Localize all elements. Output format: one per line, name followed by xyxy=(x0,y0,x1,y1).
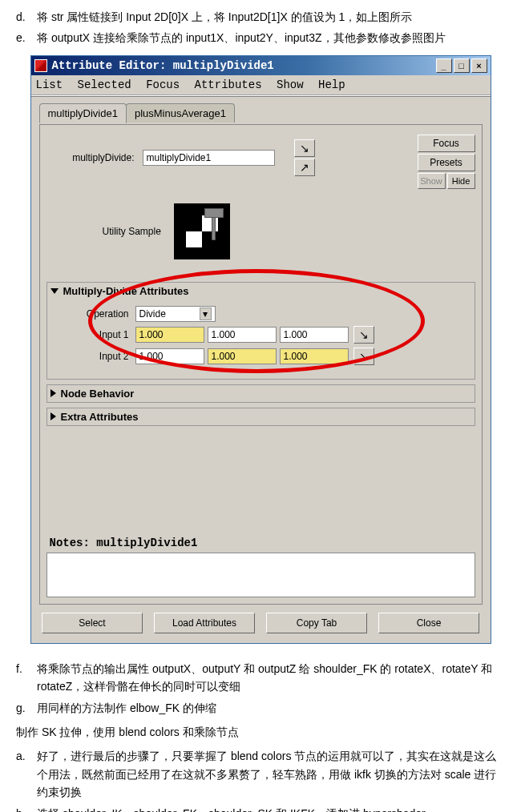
input2x-field[interactable] xyxy=(135,348,204,364)
app-icon xyxy=(34,59,47,72)
doc-item-g: g. 用同样的方法制作 elbow_FK 的伸缩 xyxy=(16,699,505,717)
doc-section-heading: 制作 SK 拉伸，使用 blend colors 和乘除节点 xyxy=(16,723,505,741)
menu-focus[interactable]: Focus xyxy=(146,78,180,91)
close-button[interactable]: × xyxy=(471,58,487,73)
section-multiply-divide: Multiply-Divide Attributes Operation Div… xyxy=(46,282,475,380)
node-tabs: multiplyDivide1 plusMinusAverage1 xyxy=(39,103,483,123)
disclosure-open-icon xyxy=(50,288,59,294)
section-title: Node Behavior xyxy=(61,388,135,400)
close-editor-button[interactable]: Close xyxy=(378,613,479,633)
utility-sample-label: Utility Sample xyxy=(103,226,161,237)
doc-text: 好了，进行最后的步骤了，只要掌握了 blend colors 节点的运用就可以了… xyxy=(37,747,505,801)
tab-multiplydivide[interactable]: multiplyDivide1 xyxy=(39,103,127,123)
focus-button[interactable]: Focus xyxy=(418,135,475,152)
bullet: d. xyxy=(16,8,37,26)
attribute-editor-window: Attribute Editor: multiplyDivide1 _ □ × … xyxy=(30,55,491,644)
input1-connection-icon[interactable]: ↘ xyxy=(353,326,374,344)
menu-list[interactable]: List xyxy=(36,78,63,91)
hammer-icon xyxy=(204,208,224,240)
operation-label: Operation xyxy=(55,308,135,320)
input2z-field[interactable] xyxy=(280,348,349,364)
bottom-buttons: Select Load Attributes Copy Tab Close xyxy=(39,613,483,633)
notes-textarea[interactable] xyxy=(46,553,475,597)
disclosure-closed-icon xyxy=(50,389,56,397)
notes-label: Notes: multiplyDivide1 xyxy=(46,535,475,553)
copy-tab-button[interactable]: Copy Tab xyxy=(266,613,367,633)
operation-value: Divide xyxy=(139,308,166,320)
chevron-down-icon: ▾ xyxy=(200,308,212,320)
node-name-field[interactable] xyxy=(143,150,275,166)
doc-text: 将 str 属性链接到 Input 2D[0]X 上，将 Input2D[1]X… xyxy=(37,8,505,26)
section-title: Extra Attributes xyxy=(61,411,139,423)
doc-text: 将 outputX 连接给乘除节点的 input1X、input2Y、input… xyxy=(37,29,505,46)
input1z-field[interactable] xyxy=(280,327,349,343)
titlebar[interactable]: Attribute Editor: multiplyDivide1 _ □ × xyxy=(31,56,491,75)
bullet: f. xyxy=(16,660,37,696)
window-title: Attribute Editor: multiplyDivide1 xyxy=(52,59,436,72)
bullet: b. xyxy=(16,805,37,812)
show-button[interactable]: Show xyxy=(418,173,446,189)
doc-item-a2: a. 好了，进行最后的步骤了，只要掌握了 blend colors 节点的运用就… xyxy=(16,747,505,801)
doc-item-f: f. 将乘除节点的输出属性 outputX、outputY 和 outputZ … xyxy=(16,660,505,696)
section-header-node-behavior[interactable]: Node Behavior xyxy=(47,385,475,402)
doc-text: 选择 shoulder_IK、shoulder_FK、shoulder_SK 和… xyxy=(37,805,505,812)
input1x-field[interactable] xyxy=(135,327,204,343)
bullet: a. xyxy=(16,747,37,801)
input2-label: Input 2 xyxy=(55,351,135,362)
section-header-extra[interactable]: Extra Attributes xyxy=(47,408,475,425)
doc-text: 用同样的方法制作 elbow_FK 的伸缩 xyxy=(37,699,505,717)
output-connection-icon[interactable]: ↗ xyxy=(294,159,315,176)
input1y-field[interactable] xyxy=(208,327,277,343)
disclosure-closed-icon xyxy=(50,412,56,420)
tab-plusminusaverage[interactable]: plusMinusAverage1 xyxy=(126,103,235,123)
window-controls: _ □ × xyxy=(436,58,487,73)
input2-connection-icon[interactable]: ↘ xyxy=(353,348,374,365)
menu-show[interactable]: Show xyxy=(277,78,304,91)
section-title: Multiply-Divide Attributes xyxy=(63,285,189,297)
window-body: multiplyDivide1 plusMinusAverage1 multip… xyxy=(31,97,491,643)
presets-button[interactable]: Presets xyxy=(418,154,475,171)
bullet: e. xyxy=(16,29,37,46)
operation-dropdown[interactable]: Divide ▾ xyxy=(135,306,216,322)
tab-panel: multiplyDivide: ↘ ↗ Focus Presets Show H… xyxy=(39,124,483,605)
hide-button[interactable]: Hide xyxy=(447,173,475,189)
minimize-button[interactable]: _ xyxy=(436,58,452,73)
menu-attributes[interactable]: Attributes xyxy=(195,78,262,91)
bullet: g. xyxy=(16,699,37,717)
load-attributes-button[interactable]: Load Attributes xyxy=(154,613,255,633)
doc-item-d: d. 将 str 属性链接到 Input 2D[0]X 上，将 Input2D[… xyxy=(16,8,505,26)
menu-help[interactable]: Help xyxy=(318,78,345,91)
utility-sample-swatch[interactable] xyxy=(174,203,230,259)
input-connection-icon[interactable]: ↘ xyxy=(294,139,315,157)
section-header-attrs[interactable]: Multiply-Divide Attributes xyxy=(47,283,475,299)
maximize-button[interactable]: □ xyxy=(454,58,470,73)
doc-item-e: e. 将 outputX 连接给乘除节点的 input1X、input2Y、in… xyxy=(16,29,505,46)
node-name-label: multiplyDivide: xyxy=(46,152,143,163)
section-node-behavior: Node Behavior xyxy=(46,384,475,403)
select-button[interactable]: Select xyxy=(42,613,143,633)
input1-label: Input 1 xyxy=(55,329,135,340)
menu-selected[interactable]: Selected xyxy=(78,78,131,91)
menubar: List Selected Focus Attributes Show Help xyxy=(31,75,491,95)
input2y-field[interactable] xyxy=(208,348,277,364)
section-extra-attributes: Extra Attributes xyxy=(46,408,475,426)
doc-text: 将乘除节点的输出属性 outputX、outputY 和 outputZ 给 s… xyxy=(37,660,505,696)
doc-item-b2: b. 选择 shoulder_IK、shoulder_FK、shoulder_S… xyxy=(16,805,505,812)
